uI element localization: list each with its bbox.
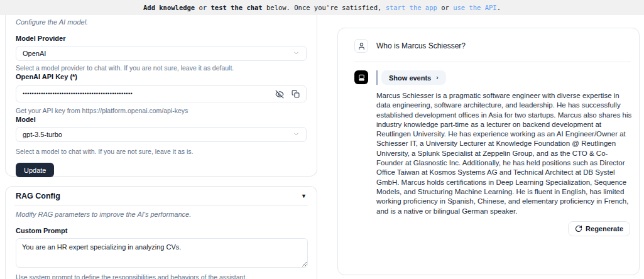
chat-panel: Who is Marcus Schiesser? Show events › M… bbox=[337, 28, 640, 275]
copy-icon bbox=[292, 90, 300, 98]
user-message-text: Who is Marcus Schiesser? bbox=[376, 39, 466, 53]
model-help: Select a model to chat with. If you are … bbox=[16, 148, 307, 155]
collapse-caret-icon[interactable]: ▼ bbox=[301, 193, 307, 199]
use-the-api-link[interactable]: use the API bbox=[453, 4, 497, 11]
toggle-visibility-button[interactable] bbox=[268, 90, 284, 99]
events-collapsible: Show events › bbox=[376, 70, 446, 85]
custom-prompt-textarea[interactable] bbox=[16, 238, 308, 268]
model-provider-help: Select a model provider to chat with. If… bbox=[16, 64, 307, 72]
user-avatar bbox=[354, 39, 368, 53]
assistant-message-text: Marcus Schiesser is a pragmatic software… bbox=[376, 91, 635, 216]
rag-config-card: RAG Config ▼ Modify RAG parameters to im… bbox=[5, 186, 317, 279]
api-key-label: OpenAI API Key (*) bbox=[16, 73, 307, 80]
model-config-card: Configure the AI model. Model Provider O… bbox=[5, 15, 317, 177]
user-icon bbox=[357, 42, 366, 50]
model-select[interactable]: gpt-3.5-turbo bbox=[16, 127, 307, 142]
message-divider bbox=[354, 62, 631, 62]
api-key-field[interactable]: ••••••••••••••••••••••••••••••••••••••••… bbox=[16, 85, 307, 102]
model-label: Model bbox=[16, 116, 307, 123]
assistant-avatar bbox=[354, 70, 368, 84]
update-button[interactable]: Update bbox=[16, 163, 54, 177]
divider bbox=[14, 205, 308, 205]
regenerate-button[interactable]: Regenerate bbox=[568, 221, 630, 236]
model-provider-label: Model Provider bbox=[16, 35, 307, 42]
custom-prompt-help: Use system prompt to define the responsi… bbox=[16, 273, 307, 279]
top-banner: Add knowledge or test the chat below. On… bbox=[0, 0, 644, 15]
refresh-icon bbox=[575, 225, 582, 232]
model-config-description: Configure the AI model. bbox=[16, 18, 307, 26]
assistant-message-row: Show events › bbox=[354, 70, 630, 85]
bot-icon bbox=[357, 74, 366, 82]
copy-api-key-button[interactable] bbox=[284, 90, 300, 98]
chevron-down-icon bbox=[293, 50, 300, 58]
rag-config-title: RAG Config bbox=[16, 192, 60, 200]
banner-add-knowledge: Add knowledge bbox=[143, 4, 195, 11]
banner-test-chat: test the chat bbox=[210, 4, 262, 11]
chevron-down-icon bbox=[293, 131, 300, 139]
api-key-help: Get your API key from https://platform.o… bbox=[16, 107, 307, 114]
start-the-app-link[interactable]: start the app bbox=[386, 4, 437, 11]
api-key-masked-value[interactable]: ••••••••••••••••••••••••••••••••••••••••… bbox=[23, 85, 268, 102]
user-message-row: Who is Marcus Schiesser? bbox=[354, 39, 630, 53]
chevron-right-icon: › bbox=[436, 74, 438, 81]
custom-prompt-label: Custom Prompt bbox=[16, 227, 307, 234]
eye-off-icon bbox=[275, 90, 284, 99]
show-events-button[interactable]: Show events › bbox=[381, 70, 446, 85]
rag-config-description: Modify RAG parameters to improve the AI'… bbox=[16, 211, 307, 218]
model-provider-select[interactable]: OpenAI bbox=[16, 46, 307, 61]
